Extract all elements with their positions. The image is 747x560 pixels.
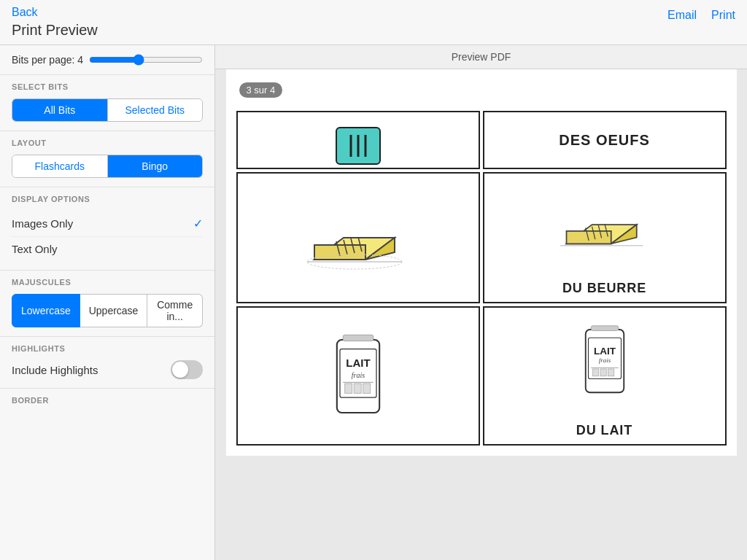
lait-image-svg: LAIT frais xyxy=(322,322,395,431)
top-partial-cards: DES OEUFS xyxy=(233,108,729,169)
bits-per-page-label: Bits per page: 4 xyxy=(12,54,83,66)
display-title: DISPLAY OPTIONS xyxy=(12,195,203,203)
layout-title: LAYOUT xyxy=(12,139,203,147)
sidebar: Bits per page: 4 SELECT BITS All Bits Se… xyxy=(0,45,215,560)
pdf-page: 3 sur 4 DES OEUFS xyxy=(226,69,737,456)
svg-marker-14 xyxy=(566,230,611,244)
card-lait-image-area: LAIT frais xyxy=(238,308,479,444)
svg-text:LAIT: LAIT xyxy=(346,357,370,369)
layout-toggle: Flashcards Bingo xyxy=(12,155,203,178)
back-link[interactable]: Back xyxy=(12,6,98,19)
text-only-label: Text Only xyxy=(12,243,58,255)
border-section: BORDER xyxy=(0,389,214,421)
images-only-label: Images Only xyxy=(12,217,73,230)
svg-rect-37 xyxy=(608,369,614,376)
page-indicator: 3 sur 4 xyxy=(239,82,283,98)
bits-per-page-row: Bits per page: 4 xyxy=(0,45,214,75)
svg-text:LAIT: LAIT xyxy=(594,346,616,357)
all-bits-button[interactable]: All Bits xyxy=(12,99,107,121)
majuscules-section: MAJUSCULES Lowercase Uppercase Comme in.… xyxy=(0,271,214,337)
border-title: BORDER xyxy=(12,396,203,405)
preview-area[interactable]: Preview PDF 3 sur 4 DES OEUF xyxy=(215,45,747,560)
svg-rect-26 xyxy=(344,384,352,393)
svg-text:frais: frais xyxy=(598,357,611,364)
butter-labeled-svg xyxy=(554,188,656,261)
svg-rect-35 xyxy=(592,369,598,376)
page-indicator-row: 3 sur 4 xyxy=(233,77,729,108)
majuscules-toggle: Lowercase Uppercase Comme in... xyxy=(12,294,203,327)
flashcards-button[interactable]: Flashcards xyxy=(12,155,107,177)
highlights-section: HIGHLIGHTS Include Highlights xyxy=(0,337,214,389)
uppercase-button[interactable]: Uppercase xyxy=(80,294,148,327)
card-lait-image: LAIT frais xyxy=(236,306,480,446)
include-highlights-label: Include Highlights xyxy=(12,364,98,376)
partial-card-1-icon xyxy=(314,124,402,168)
card-beurre-labeled-image-area xyxy=(484,174,725,275)
app-header: Back Print Preview Email Print xyxy=(0,0,747,45)
images-only-checkmark: ✓ xyxy=(193,217,203,230)
majuscules-title: MAJUSCULES xyxy=(12,278,203,287)
header-right: Email Print xyxy=(667,6,735,22)
svg-rect-36 xyxy=(600,369,606,376)
des-oeufs-label: DES OEUFS xyxy=(559,132,650,149)
selected-bits-button[interactable]: Selected Bits xyxy=(107,99,203,121)
card-lait-labeled-image-area: LAIT frais xyxy=(484,308,725,417)
email-link[interactable]: Email xyxy=(667,9,697,22)
print-link[interactable]: Print xyxy=(711,9,735,22)
select-bits-title: SELECT BITS xyxy=(12,82,203,91)
display-options-section: DISPLAY OPTIONS Images Only ✓ Text Only xyxy=(0,187,214,271)
svg-rect-27 xyxy=(354,384,361,393)
card-beurre-label: DU BEURRE xyxy=(557,275,652,302)
lait-labeled-svg: LAIT frais xyxy=(572,315,638,410)
butter-image-svg xyxy=(300,194,417,281)
comme-in-button[interactable]: Comme in... xyxy=(147,294,203,327)
lowercase-button[interactable]: Lowercase xyxy=(12,294,80,327)
card-lait-label: DU LAIT xyxy=(570,417,638,444)
main-layout: Bits per page: 4 SELECT BITS All Bits Se… xyxy=(0,45,747,560)
include-highlights-toggle[interactable] xyxy=(171,360,203,379)
card-beurre-image xyxy=(236,172,480,303)
highlights-title: HIGHLIGHTS xyxy=(12,344,203,353)
partial-card-2: DES OEUFS xyxy=(483,111,727,169)
card-lait-labeled: LAIT frais DU LAIT xyxy=(483,306,727,446)
bits-per-page-slider[interactable] xyxy=(89,54,203,66)
bingo-button[interactable]: Bingo xyxy=(107,155,203,177)
svg-rect-38 xyxy=(591,326,619,331)
highlights-row: Include Highlights xyxy=(12,360,203,379)
header-left: Back Print Preview xyxy=(12,6,98,39)
select-bits-section: SELECT BITS All Bits Selected Bits xyxy=(0,75,214,131)
card-beurre-image-area xyxy=(238,174,479,302)
card-grid: DU BEURRE LAIT frais xyxy=(233,169,729,448)
layout-section: LAYOUT Flashcards Bingo xyxy=(0,131,214,187)
images-only-option[interactable]: Images Only ✓ xyxy=(12,211,203,236)
svg-text:frais: frais xyxy=(351,370,364,378)
page-title: Print Preview xyxy=(12,22,98,39)
partial-card-1 xyxy=(236,111,480,169)
preview-header: Preview PDF xyxy=(215,45,747,69)
svg-marker-5 xyxy=(314,245,365,260)
card-beurre-labeled: DU BEURRE xyxy=(483,172,727,303)
text-only-option[interactable]: Text Only xyxy=(12,236,203,261)
svg-rect-28 xyxy=(363,384,370,393)
select-bits-toggle: All Bits Selected Bits xyxy=(12,98,203,122)
svg-rect-29 xyxy=(343,335,374,341)
